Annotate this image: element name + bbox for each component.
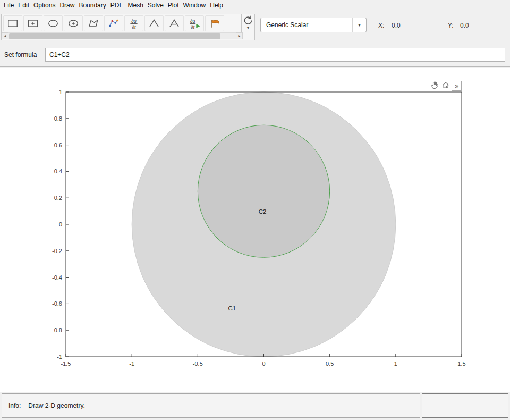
tool-overflow-caret-icon[interactable]: ▾ — [247, 26, 249, 30]
statusbar: Info: Draw 2-D geometry. — [0, 392, 510, 420]
plot-solution-icon — [208, 18, 222, 29]
svg-text:-0.4: -0.4 — [52, 274, 62, 281]
info-text: Draw 2-D geometry. — [28, 402, 84, 409]
svg-text:1.5: 1.5 — [457, 360, 465, 367]
set-formula-input[interactable] — [45, 48, 505, 62]
tools-icons: ∂u∂t∂u∂t — [2, 14, 241, 32]
scroll-right-button[interactable]: ▸ — [236, 32, 243, 39]
home-icon — [441, 81, 450, 91]
svg-text:-1.5: -1.5 — [61, 360, 71, 367]
y-coordinate-value: 0.0 — [460, 22, 469, 29]
tools-panel: ∂u∂t∂u∂t ▾ ◂ ▸ — [1, 14, 255, 40]
tools-overflow-strip: ▾ — [241, 14, 254, 32]
svg-text:∂u: ∂u — [131, 19, 136, 24]
draw-polygon-icon — [87, 18, 100, 29]
initialize-mesh-tool[interactable] — [144, 15, 164, 31]
solve-pde-tool[interactable]: ∂u∂t — [185, 15, 204, 31]
solve-pde-icon: ∂u∂t — [188, 18, 201, 29]
draw-polygon-tool[interactable] — [84, 15, 103, 31]
pde-modeler-window: FileEditOptionsDrawBoundaryPDEMeshSolveP… — [0, 0, 510, 420]
pde-specification-icon: ∂u∂t — [127, 18, 141, 29]
draw-ellipse-icon — [46, 18, 60, 29]
x-coordinate-value: 0.0 — [392, 22, 401, 29]
menu-plot[interactable]: Plot — [166, 2, 181, 9]
expand-toolbar-button[interactable]: » — [452, 81, 462, 91]
scroll-right-icon: ▸ — [238, 33, 240, 38]
toolbar: ∂u∂t∂u∂t ▾ ◂ ▸ Generic Scalar ▾ X: 0.0 Y… — [0, 11, 510, 43]
svg-text:∂u: ∂u — [190, 19, 195, 24]
svg-text:0.8: 0.8 — [54, 115, 62, 122]
expand-chevrons-icon: » — [455, 81, 458, 90]
svg-text:-0.5: -0.5 — [193, 360, 203, 367]
draw-ellipse-centered-icon — [66, 18, 80, 29]
svg-text:0: 0 — [262, 360, 265, 367]
draw-rectangle-centered-icon — [26, 18, 40, 29]
y-coordinate-label: Y: — [448, 22, 454, 29]
home-button[interactable] — [440, 81, 450, 91]
plot-solution-tool[interactable] — [205, 15, 224, 31]
menu-boundary[interactable]: Boundary — [76, 2, 108, 9]
info-box: Info: Draw 2-D geometry. — [2, 393, 420, 418]
menu-solve[interactable]: Solve — [146, 2, 166, 9]
menu-edit[interactable]: Edit — [16, 2, 31, 9]
chevron-down-icon: ▾ — [352, 18, 366, 32]
geometry-plot-canvas[interactable]: C1C2-1.5-1-0.500.511.5-1-0.8-0.6-0.4-0.2… — [0, 68, 510, 392]
svg-text:0.6: 0.6 — [54, 142, 62, 148]
draw-rectangle-tool[interactable] — [3, 15, 22, 31]
axes-toolbar: » — [429, 81, 462, 91]
scroll-left-button[interactable]: ◂ — [2, 32, 8, 39]
boundary-mode-tool[interactable] — [104, 15, 123, 31]
boundary-mode-icon — [107, 18, 121, 29]
aux-status-box — [422, 393, 508, 418]
x-coordinate-label: X: — [378, 22, 384, 29]
draw-ellipse-centered-tool[interactable] — [64, 15, 83, 31]
refine-mesh-icon — [167, 18, 181, 29]
pan-hand-icon — [430, 81, 439, 91]
svg-text:-1: -1 — [129, 360, 134, 367]
svg-text:-1: -1 — [57, 354, 62, 360]
svg-text:∂t: ∂t — [132, 24, 136, 29]
menu-file[interactable]: File — [2, 2, 16, 9]
pan-button[interactable] — [429, 81, 439, 91]
menu-pde[interactable]: PDE — [108, 2, 126, 9]
svg-text:0.4: 0.4 — [54, 168, 62, 174]
svg-text:1: 1 — [394, 360, 397, 367]
svg-text:-0.2: -0.2 — [52, 248, 62, 254]
pde-specification-tool[interactable]: ∂u∂t — [124, 15, 143, 31]
formula-row: Set formula — [0, 43, 510, 67]
refine-mesh-tool[interactable] — [165, 15, 184, 31]
svg-text:C1: C1 — [228, 305, 236, 312]
draw-rectangle-centered-tool[interactable] — [23, 15, 42, 31]
tools-scrollbar: ◂ ▸ — [2, 32, 243, 39]
menu-mesh[interactable]: Mesh — [125, 2, 145, 9]
svg-text:C2: C2 — [259, 208, 267, 215]
menu-draw[interactable]: Draw — [57, 2, 76, 9]
svg-text:-0.8: -0.8 — [52, 327, 62, 333]
scroll-left-icon: ◂ — [4, 33, 6, 38]
zoom-tool[interactable] — [242, 14, 254, 26]
menu-options[interactable]: Options — [31, 2, 57, 9]
menu-help[interactable]: Help — [208, 2, 225, 9]
set-formula-label: Set formula — [4, 51, 37, 58]
menu-window[interactable]: Window — [181, 2, 208, 9]
svg-text:1: 1 — [59, 89, 62, 95]
scrollbar-thumb[interactable] — [9, 33, 220, 39]
draw-rectangle-icon — [6, 18, 20, 29]
svg-text:-0.6: -0.6 — [52, 300, 62, 307]
zoom-icon — [241, 14, 254, 26]
scrollbar-track[interactable] — [8, 32, 236, 39]
menubar: FileEditOptionsDrawBoundaryPDEMeshSolveP… — [0, 0, 510, 11]
initialize-mesh-icon — [147, 18, 161, 29]
draw-ellipse-tool[interactable] — [44, 15, 63, 31]
application-dropdown[interactable]: Generic Scalar ▾ — [260, 18, 367, 32]
info-label: Info: — [8, 402, 21, 409]
svg-text:∂t: ∂t — [191, 24, 194, 29]
application-dropdown-value: Generic Scalar — [261, 21, 352, 29]
svg-text:0.5: 0.5 — [326, 360, 334, 367]
svg-text:0: 0 — [59, 221, 62, 228]
svg-text:0.2: 0.2 — [54, 195, 62, 201]
figure-area: C1C2-1.5-1-0.500.511.5-1-0.8-0.6-0.4-0.2… — [0, 68, 510, 392]
